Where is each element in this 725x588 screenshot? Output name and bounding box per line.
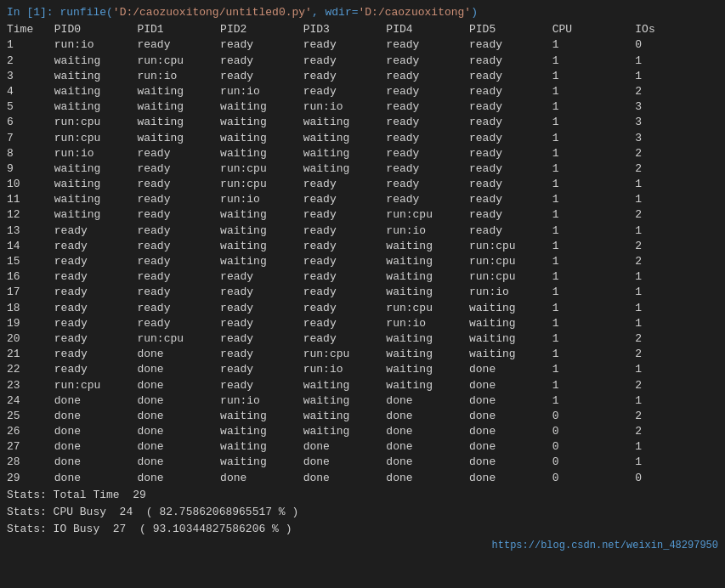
cell-22-2: done	[137, 378, 220, 393]
cell-13-4: ready	[303, 239, 387, 254]
cell-4-4: run:io	[303, 99, 387, 115]
col-header-time: Time	[7, 22, 54, 37]
cell-5-2: waiting	[137, 115, 220, 130]
process-table: TimePID0PID1PID2PID3PID4PID5CPUIOs 1run:…	[7, 22, 718, 486]
cell-3-3: run:io	[220, 84, 303, 99]
cell-15-7: 1	[552, 269, 636, 285]
col-header-pid3: PID3	[303, 22, 387, 37]
table-row: 28donedonewaitingdonedonedone01	[7, 455, 718, 470]
cell-13-6: run:cpu	[469, 239, 552, 254]
cell-5-6: ready	[469, 115, 552, 130]
cell-23-2: done	[137, 393, 220, 409]
cell-4-2: waiting	[137, 99, 220, 115]
cell-28-0: 29	[7, 471, 54, 486]
cell-22-5: waiting	[386, 378, 469, 393]
cell-19-4: ready	[303, 331, 387, 347]
cell-7-6: ready	[469, 146, 552, 161]
table-row: 10waitingreadyrun:cpureadyreadyready11	[7, 177, 718, 192]
cell-8-4: waiting	[303, 161, 387, 177]
table-row: 7run:cpuwaitingwaitingwaitingreadyready1…	[7, 131, 718, 146]
footer-url: https://blog.csdn.net/weixin_48297950	[7, 539, 718, 553]
cell-2-3: ready	[220, 69, 303, 84]
cell-17-7: 1	[552, 301, 636, 316]
col-header-pid0: PID0	[54, 22, 138, 37]
cell-22-8: 2	[635, 378, 718, 393]
cell-0-5: ready	[386, 37, 469, 53]
cell-6-5: ready	[386, 131, 469, 146]
cell-12-5: run:io	[386, 223, 469, 239]
cell-5-5: ready	[386, 115, 469, 130]
cell-8-7: 1	[552, 161, 636, 177]
cell-19-1: ready	[54, 331, 138, 347]
cell-13-1: ready	[54, 239, 138, 254]
cell-26-7: 0	[552, 439, 636, 455]
table-header: TimePID0PID1PID2PID3PID4PID5CPUIOs	[7, 22, 718, 37]
cell-21-8: 1	[635, 362, 718, 377]
cell-13-8: 2	[635, 239, 718, 254]
cell-18-6: waiting	[469, 316, 552, 331]
cell-2-5: ready	[386, 69, 469, 84]
cell-6-6: ready	[469, 131, 552, 146]
cell-27-3: waiting	[220, 455, 303, 470]
cell-3-5: ready	[386, 84, 469, 99]
cell-18-7: 1	[552, 316, 636, 331]
cell-24-8: 2	[635, 409, 718, 424]
cell-14-6: run:cpu	[469, 254, 552, 269]
cell-10-7: 1	[552, 192, 636, 207]
cell-1-0: 2	[7, 54, 54, 69]
table-row: 25donedonewaitingwaitingdonedone02	[7, 409, 718, 424]
table-row: 12waitingreadywaitingreadyrun:cpuready12	[7, 207, 718, 223]
cell-21-0: 22	[7, 362, 54, 377]
cell-7-4: waiting	[303, 146, 387, 161]
cell-8-0: 9	[7, 161, 54, 177]
table-row: 8run:ioreadywaitingwaitingreadyready12	[7, 146, 718, 161]
cell-26-3: waiting	[220, 439, 303, 455]
cell-2-4: ready	[303, 69, 387, 84]
cell-12-1: ready	[54, 223, 138, 239]
cell-15-0: 16	[7, 269, 54, 285]
cell-25-6: done	[469, 424, 552, 439]
col-header-pid5: PID5	[469, 22, 552, 37]
cell-11-7: 1	[552, 207, 636, 223]
table-row: 5waitingwaitingwaitingrun:ioreadyready13	[7, 99, 718, 115]
cell-3-1: waiting	[54, 84, 138, 99]
cell-1-5: ready	[386, 54, 469, 69]
cell-27-7: 0	[552, 455, 636, 470]
cell-11-0: 12	[7, 207, 54, 223]
cell-17-5: run:cpu	[386, 301, 469, 316]
cell-28-4: done	[303, 471, 387, 486]
cell-18-0: 19	[7, 316, 54, 331]
cell-22-6: done	[469, 378, 552, 393]
table-row: 9waitingreadyrun:cpuwaitingreadyready12	[7, 161, 718, 177]
cell-10-8: 1	[635, 192, 718, 207]
cell-26-5: done	[386, 439, 469, 455]
cell-23-0: 24	[7, 393, 54, 409]
cell-1-2: run:cpu	[137, 54, 220, 69]
cell-22-1: run:cpu	[54, 378, 138, 393]
cell-24-6: done	[469, 409, 552, 424]
cell-23-3: run:io	[220, 393, 303, 409]
cell-3-7: 1	[552, 84, 636, 99]
cell-19-7: 1	[552, 331, 636, 347]
cell-13-0: 14	[7, 239, 54, 254]
table-row: 6run:cpuwaitingwaitingwaitingreadyready1…	[7, 115, 718, 130]
cell-2-7: 1	[552, 69, 636, 84]
cell-17-6: waiting	[469, 301, 552, 316]
cell-13-5: waiting	[386, 239, 469, 254]
cell-19-3: ready	[220, 331, 303, 347]
stats-section: Stats: Total Time 29Stats: CPU Busy 24 (…	[7, 488, 718, 538]
cell-24-0: 25	[7, 409, 54, 424]
cell-18-1: ready	[54, 316, 138, 331]
cell-5-1: run:cpu	[54, 115, 138, 130]
col-header-cpu: CPU	[552, 22, 636, 37]
cell-16-5: waiting	[386, 285, 469, 300]
cell-5-8: 3	[635, 115, 718, 130]
cell-17-3: ready	[220, 301, 303, 316]
cell-6-1: run:cpu	[54, 131, 138, 146]
cell-19-0: 20	[7, 331, 54, 347]
cell-2-6: ready	[469, 69, 552, 84]
cell-14-5: waiting	[386, 254, 469, 269]
col-header-pid4: PID4	[386, 22, 469, 37]
cell-18-4: ready	[303, 316, 387, 331]
cell-4-7: 1	[552, 99, 636, 115]
